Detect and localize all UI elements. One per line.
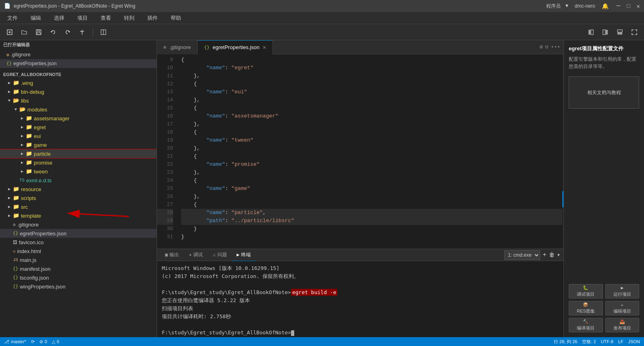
terminal-line-4: F:\study\Egret_study\Egret_AllBookOfNote… [162, 288, 559, 297]
tree-egretprops-file[interactable]: {} egretProperties.json [0, 229, 157, 238]
statusbar-spaces[interactable]: 空格: 2 [582, 339, 596, 345]
menu-edit[interactable]: 编辑 [27, 13, 44, 23]
toolbar-sidebar-left[interactable] [585, 27, 597, 38]
tree-assetsmanager[interactable]: ▶ 📁 assetsmanager [0, 114, 157, 123]
statusbar-position[interactable]: 行 28, 列 26 [554, 339, 578, 345]
statusbar-warnings[interactable]: △ 0 [52, 339, 59, 344]
toolbar-new-btn[interactable] [4, 27, 15, 38]
notification-icon[interactable]: 🔔 [602, 3, 609, 10]
particle-label: particle [34, 151, 51, 157]
tree-egret[interactable]: ▶ 📁 egret [0, 123, 157, 132]
tab-layout-icon[interactable]: ⊞ [540, 44, 543, 50]
terminal-trash-btn[interactable]: 🗑 [549, 252, 555, 258]
close-btn[interactable]: ✕ [637, 3, 640, 10]
statusbar-branch[interactable]: ⎇ master* [4, 339, 26, 344]
toolbar-sidebar-right[interactable] [600, 27, 611, 38]
terminal-line-7: 项目共计编译耗时: 2.758秒 [162, 313, 559, 321]
tree-tween[interactable]: ▶ 📁 tween [0, 167, 157, 176]
toolbar-split-btn[interactable] [98, 27, 109, 38]
menu-plugin[interactable]: 插件 [144, 13, 161, 23]
tree-libs[interactable]: ▼ 📂 libs [0, 96, 157, 105]
panel-btn-compile[interactable]: 🔨 编译项目 [569, 318, 603, 332]
publish-btn-icon: 📤 [619, 319, 625, 324]
terminal-tab-terminal[interactable]: ▶ 终端 [232, 249, 256, 261]
terminal-tab-debug[interactable]: ✦ 调试 [184, 249, 208, 261]
tab-gitignore[interactable]: ⚙ .gitignore [157, 40, 198, 54]
terminal-add-btn[interactable]: + [543, 251, 547, 259]
toolbar-redo-btn[interactable] [62, 27, 73, 38]
title-icon: 📄 [4, 3, 10, 9]
tab-more-icon[interactable]: ••• [551, 44, 560, 50]
code-editor[interactable]: { "name": "egret" }, { "name": "eui" }, … [177, 54, 564, 249]
tab-gitignore-icon: ⚙ [163, 45, 166, 50]
tree-gitignore-file[interactable]: ⚙ .gitignore [0, 220, 157, 229]
tab-egretprops[interactable]: {} egretProperties.json ✕ [198, 40, 273, 54]
tab-egretprops-close[interactable]: ✕ [263, 44, 266, 51]
menu-select[interactable]: 选择 [51, 13, 68, 23]
restore-btn[interactable]: □ [627, 3, 630, 9]
menu-file[interactable]: 文件 [4, 13, 21, 23]
tree-eui[interactable]: ▶ 📁 eui [0, 132, 157, 140]
open-file-gitignore[interactable]: ⚙ .gitignore [0, 50, 157, 59]
scripts-folder-icon: 📁 [13, 195, 19, 201]
tree-manifest[interactable]: {} manifest.json [0, 264, 157, 273]
panel-btn-edit-project[interactable]: ✏ 编辑项目 [605, 301, 640, 315]
statusbar-errors[interactable]: ⊘ 0 [39, 339, 47, 344]
toolbar-pin-btn[interactable] [76, 27, 88, 38]
toolbar-open-btn[interactable] [19, 27, 30, 38]
menu-help[interactable]: 帮助 [167, 13, 184, 23]
tree-wingprops[interactable]: {} wingProperties.json [0, 282, 157, 291]
statusbar-line-ending[interactable]: LF [618, 339, 623, 344]
eui-folder-icon: 📁 [26, 133, 32, 139]
toolbar-undo-btn[interactable] [47, 27, 59, 38]
particle-folder-icon: 📁 [26, 150, 32, 157]
tree-favicon[interactable]: 🖼 favicon.ico [0, 238, 157, 247]
toolbar-fullscreen[interactable] [629, 27, 640, 38]
statusbar-file-type[interactable]: JSON [628, 339, 640, 344]
tree-resource[interactable]: ▶ 📁 resource [0, 185, 157, 194]
sidebar: 已打开编辑器 ⚙ .gitignore {} egretProperties.j… [0, 40, 157, 337]
panel-btn-debug[interactable]: 🐛 调试项目 [569, 284, 603, 299]
toolbar-panel-toggle[interactable] [614, 27, 625, 38]
terminal-expand-btn[interactable]: ▾ [557, 251, 560, 258]
file-type-label: JSON [628, 339, 640, 344]
tab-split-icon[interactable]: ⊟ [545, 44, 549, 50]
favicon-icon: 🖼 [13, 240, 17, 245]
statusbar: ⎇ master* ⟳ ⊘ 0 △ 0 行 28, 列 26 空格: 2 [0, 337, 644, 346]
menu-view[interactable]: 查看 [97, 13, 114, 23]
menu-goto[interactable]: 转到 [121, 13, 138, 23]
tree-scripts[interactable]: ▶ 📁 scripts [0, 194, 157, 202]
terminal-dropdown[interactable]: 1: cmd.exe [504, 250, 540, 260]
statusbar-encoding[interactable]: UTF-8 [601, 339, 613, 344]
toolbar-save-btn[interactable] [33, 27, 44, 38]
tree-tsconfig[interactable]: {} tsconfig.json [0, 273, 157, 282]
tab-egretprops-label: egretProperties.json [213, 44, 259, 50]
tree-promise[interactable]: ▶ 📁 promise [0, 158, 157, 167]
debug-btn-label: 调试项目 [577, 291, 594, 297]
game-arrow: ▶ [21, 142, 26, 147]
open-file-egretprops[interactable]: {} egretProperties.json [0, 59, 157, 68]
tree-particle[interactable]: ▶ 📁 particle [0, 149, 157, 158]
svg-rect-14 [617, 33, 622, 35]
minimize-btn[interactable]: ─ [617, 2, 621, 10]
tree-mainjs[interactable]: JS main.js [0, 255, 157, 264]
terminal-tab-problems[interactable]: ⚠ 问题 [208, 249, 231, 261]
tree-template[interactable]: ▶ 📁 template [0, 211, 157, 220]
tree-exml[interactable]: TS exml.e.d.ts [0, 176, 157, 185]
panel-btn-res[interactable]: 📦 RES图集 [569, 301, 603, 315]
terminal-content[interactable]: Microsoft Windows [版本 10.0.16299.15] (c)… [157, 261, 564, 337]
tree-wing[interactable]: ▶ 📁 .wing [0, 78, 157, 87]
tree-game[interactable]: ▶ 📁 game [0, 140, 157, 149]
statusbar-sync[interactable]: ⟳ [31, 339, 35, 344]
tree-indexhtml[interactable]: ◇ index.html [0, 247, 157, 255]
panel-btn-publish[interactable]: 📤 发布项目 [605, 318, 640, 332]
git-branch-label: master* [11, 339, 26, 344]
tree-bindebug[interactable]: ▶ 📁 bin-debug [0, 87, 157, 96]
panel-btn-run[interactable]: ▶ 运行项目 [605, 284, 640, 299]
tree-src[interactable]: ▶ 📁 src [0, 202, 157, 211]
title-dropdown-icon[interactable]: ▼ [566, 3, 568, 9]
menu-project[interactable]: 项目 [74, 13, 91, 23]
promise-label: promise [34, 160, 52, 166]
tree-modules[interactable]: ▼ 📂 modules [0, 105, 157, 114]
terminal-tab-output[interactable]: ▣ 输出 [160, 249, 184, 261]
